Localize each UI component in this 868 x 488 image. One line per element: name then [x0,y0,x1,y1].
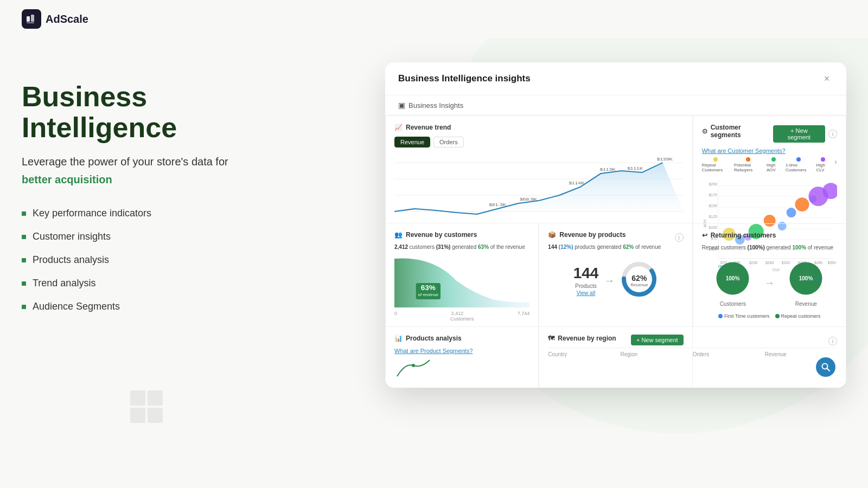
returning-stat: Repeat customers (100%) generated 100% o… [702,245,837,251]
logo: AdScale [22,9,88,29]
logo-text: AdScale [46,13,88,25]
svg-text:100%: 100% [799,275,813,281]
tab-orders[interactable]: Orders [433,137,464,147]
svg-rect-2 [27,22,34,23]
region-col-orders: Orders [693,351,765,357]
svg-text:63%: 63% [421,284,436,292]
svg-text:$150: $150 [709,204,717,208]
rev-region-icon: 🗺 [548,335,554,342]
svg-text:$68.9K: $68.9K [520,197,537,202]
window-header: Business Intelligence insights × [385,62,846,95]
segments-title: ⊙ Customer segments [702,124,773,139]
svg-text:$113K: $113K [599,167,615,172]
returning-charts: 100% 0% Customers → 100% 0% Revenue [702,254,837,311]
region-col-region: Region [620,351,692,357]
returning-title: ↩ Returning customers [702,232,837,239]
rev-customers-title: 👥 Revenue by customers [394,231,529,239]
search-fab[interactable] [816,357,835,377]
feature-item: Key performance indicators [22,208,304,219]
rev-region-title: 🗺 Revenue by region [548,335,616,342]
rev-products-title: 📦 Revenue by products [548,231,626,239]
segments-chevron[interactable]: › [834,157,837,172]
region-info-icon[interactable]: i [828,337,837,345]
svg-text:$175: $175 [709,193,717,197]
svg-text:of revenue: of revenue [418,292,438,297]
dashboard-decoration [130,390,174,434]
rev-customers-icon: 👥 [394,231,403,239]
customers-pie: 100% 0% Customers [712,258,753,307]
products-big-number: 144 [573,265,599,282]
products-arrow: → [604,274,615,287]
returning-legend: First Time customers Repeat customers [702,313,837,319]
subtitle-green: better acquisition [22,174,304,186]
revenue-pie: 100% 0% Revenue [786,258,826,307]
feature-bullet [22,305,26,309]
products-analysis-icon: 📊 [394,335,403,342]
segments-info-icon[interactable]: i [828,130,837,138]
breadcrumb-icon: ▣ [398,101,405,110]
svg-text:$200: $200 [709,182,717,186]
products-preview-chart [394,357,438,379]
new-segment-button[interactable]: + New segment [773,125,825,143]
rev-customers-stat: 2,412 customers (31%) generated 63% of t… [394,244,529,250]
products-donut-area: 144 Products View all → 62% Revenue [548,253,683,307]
region-col-country: Country [548,351,620,357]
svg-text:$81.3K: $81.3K [489,202,506,207]
feature-item: Trend analysis [22,278,304,289]
svg-text:$125: $125 [709,215,717,219]
dashboard-grid: 📈 Revenue trend Revenue Orders [385,115,846,388]
segments-icon: ⊙ [702,127,707,135]
feature-bullet [22,258,26,262]
products-big-label: Products [575,283,596,289]
tab-revenue[interactable]: Revenue [394,137,430,147]
products-analysis-panel: 📊 Products analysis What are Product Seg… [385,327,539,388]
feature-item: Audience Segments [22,301,304,312]
feature-list: Key performance indicatorsCustomer insig… [22,208,304,312]
customers-chart: 63% of revenue 02,4127,744 Customers [394,253,529,307]
what-are-products-link[interactable]: What are Product Segments? [394,348,529,354]
revenue-region-panel: 🗺 Revenue by region i Country Region Ord… [539,327,846,388]
revenue-tab-buttons: Revenue Orders [394,137,684,147]
customers-x-axis: 02,4127,744 [394,311,529,316]
customers-axis-label: Customers [394,316,529,322]
feature-bullet [22,281,26,286]
products-analysis-title: 📊 Products analysis [394,335,529,342]
revenue-trend-icon: 📈 [394,124,403,131]
revenue-donut-value: 62% [630,274,648,282]
returning-customers-panel: ↩ Returning customers Repeat customers (… [693,223,846,327]
revenue-products-panel: 📦 Revenue by products i 144 (12%) produc… [539,223,692,327]
products-view-all[interactable]: View all [577,290,595,296]
customers-pie-label: Customers [720,301,746,307]
svg-text:$139K: $139K [657,157,673,162]
svg-point-61 [412,364,415,367]
rev-products-stat: 144 (12%) products generated 62% of reve… [548,244,683,250]
returning-arrow: → [764,277,775,289]
breadcrumb-bar: ▣ Business Insights [385,95,846,115]
svg-line-63 [827,368,829,371]
svg-point-46 [795,197,809,211]
main-title: Business Intelligence [22,81,304,143]
close-button[interactable]: × [820,72,833,85]
feature-bullet [22,235,26,239]
logo-icon [22,9,41,29]
feature-item: Products analysis [22,254,304,266]
left-panel: Business Intelligence Leverage the power… [22,81,304,312]
segment-labels: Repeat Customers Potential Rebuyers High… [702,157,837,172]
products-info-icon[interactable]: i [675,233,684,242]
svg-rect-1 [31,15,34,22]
revenue-pie-label: Revenue [795,301,817,307]
header: AdScale [0,0,868,38]
feature-bullet [22,211,26,216]
region-table-header: Country Region Orders Revenue [548,348,837,357]
rev-products-icon: 📦 [548,231,556,239]
returning-icon: ↩ [702,232,707,239]
revenue-customers-panel: 👥 Revenue by customers 2,412 customers (… [385,223,539,327]
svg-text:0%: 0% [814,278,819,281]
svg-rect-0 [27,16,30,22]
region-col-revenue: Revenue [765,351,837,357]
breadcrumb-text: Business Insights [409,101,463,110]
subtitle: Leverage the power of your store's data … [22,154,304,169]
svg-text:100%: 100% [726,275,740,281]
what-are-segments-link[interactable]: What are Customer Segments? [702,147,837,154]
revenue-donut-label: Revenue [630,282,648,287]
